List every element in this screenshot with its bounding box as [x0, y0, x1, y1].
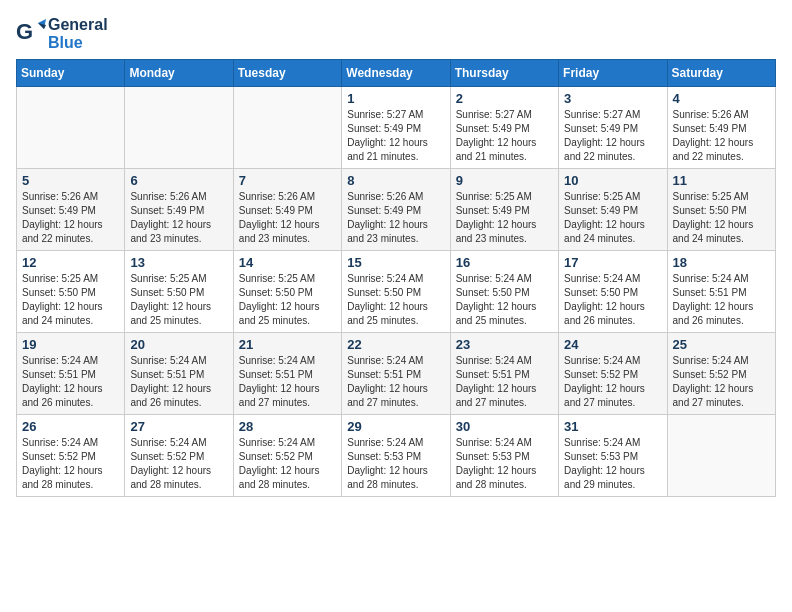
calendar-week-row: 12Sunrise: 5:25 AM Sunset: 5:50 PM Dayli… [17, 251, 776, 333]
logo-blue: Blue [48, 34, 83, 51]
calendar-header-row: Sunday Monday Tuesday Wednesday Thursday… [17, 60, 776, 87]
logo-general: General [48, 16, 108, 33]
logo-icon: G [16, 17, 46, 51]
table-row: 19Sunrise: 5:24 AM Sunset: 5:51 PM Dayli… [17, 333, 125, 415]
day-info: Sunrise: 5:24 AM Sunset: 5:52 PM Dayligh… [564, 354, 661, 410]
table-row: 23Sunrise: 5:24 AM Sunset: 5:51 PM Dayli… [450, 333, 558, 415]
table-row: 3Sunrise: 5:27 AM Sunset: 5:49 PM Daylig… [559, 87, 667, 169]
table-row: 1Sunrise: 5:27 AM Sunset: 5:49 PM Daylig… [342, 87, 450, 169]
col-saturday: Saturday [667, 60, 775, 87]
table-row: 11Sunrise: 5:25 AM Sunset: 5:50 PM Dayli… [667, 169, 775, 251]
day-info: Sunrise: 5:24 AM Sunset: 5:52 PM Dayligh… [239, 436, 336, 492]
col-sunday: Sunday [17, 60, 125, 87]
day-info: Sunrise: 5:24 AM Sunset: 5:51 PM Dayligh… [673, 272, 770, 328]
day-info: Sunrise: 5:26 AM Sunset: 5:49 PM Dayligh… [673, 108, 770, 164]
table-row: 2Sunrise: 5:27 AM Sunset: 5:49 PM Daylig… [450, 87, 558, 169]
day-number: 16 [456, 255, 553, 270]
day-number: 25 [673, 337, 770, 352]
day-info: Sunrise: 5:26 AM Sunset: 5:49 PM Dayligh… [130, 190, 227, 246]
day-number: 18 [673, 255, 770, 270]
table-row: 12Sunrise: 5:25 AM Sunset: 5:50 PM Dayli… [17, 251, 125, 333]
day-info: Sunrise: 5:25 AM Sunset: 5:49 PM Dayligh… [564, 190, 661, 246]
day-number: 28 [239, 419, 336, 434]
day-info: Sunrise: 5:24 AM Sunset: 5:51 PM Dayligh… [130, 354, 227, 410]
table-row: 14Sunrise: 5:25 AM Sunset: 5:50 PM Dayli… [233, 251, 341, 333]
calendar-table: Sunday Monday Tuesday Wednesday Thursday… [16, 59, 776, 497]
day-info: Sunrise: 5:27 AM Sunset: 5:49 PM Dayligh… [564, 108, 661, 164]
table-row: 8Sunrise: 5:26 AM Sunset: 5:49 PM Daylig… [342, 169, 450, 251]
day-number: 8 [347, 173, 444, 188]
day-number: 1 [347, 91, 444, 106]
day-number: 24 [564, 337, 661, 352]
day-number: 23 [456, 337, 553, 352]
day-info: Sunrise: 5:24 AM Sunset: 5:53 PM Dayligh… [347, 436, 444, 492]
day-number: 12 [22, 255, 119, 270]
day-number: 13 [130, 255, 227, 270]
page-header: G General Blue [16, 16, 776, 51]
day-info: Sunrise: 5:25 AM Sunset: 5:50 PM Dayligh… [673, 190, 770, 246]
day-number: 11 [673, 173, 770, 188]
day-info: Sunrise: 5:24 AM Sunset: 5:50 PM Dayligh… [456, 272, 553, 328]
calendar-week-row: 19Sunrise: 5:24 AM Sunset: 5:51 PM Dayli… [17, 333, 776, 415]
table-row: 20Sunrise: 5:24 AM Sunset: 5:51 PM Dayli… [125, 333, 233, 415]
day-number: 3 [564, 91, 661, 106]
table-row: 13Sunrise: 5:25 AM Sunset: 5:50 PM Dayli… [125, 251, 233, 333]
day-number: 5 [22, 173, 119, 188]
table-row: 31Sunrise: 5:24 AM Sunset: 5:53 PM Dayli… [559, 415, 667, 497]
calendar-week-row: 26Sunrise: 5:24 AM Sunset: 5:52 PM Dayli… [17, 415, 776, 497]
day-info: Sunrise: 5:26 AM Sunset: 5:49 PM Dayligh… [239, 190, 336, 246]
day-info: Sunrise: 5:24 AM Sunset: 5:51 PM Dayligh… [456, 354, 553, 410]
day-info: Sunrise: 5:24 AM Sunset: 5:51 PM Dayligh… [239, 354, 336, 410]
day-number: 19 [22, 337, 119, 352]
table-row [233, 87, 341, 169]
day-number: 26 [22, 419, 119, 434]
table-row: 26Sunrise: 5:24 AM Sunset: 5:52 PM Dayli… [17, 415, 125, 497]
calendar-week-row: 1Sunrise: 5:27 AM Sunset: 5:49 PM Daylig… [17, 87, 776, 169]
table-row [667, 415, 775, 497]
day-number: 21 [239, 337, 336, 352]
table-row: 22Sunrise: 5:24 AM Sunset: 5:51 PM Dayli… [342, 333, 450, 415]
day-info: Sunrise: 5:27 AM Sunset: 5:49 PM Dayligh… [347, 108, 444, 164]
day-number: 7 [239, 173, 336, 188]
table-row: 29Sunrise: 5:24 AM Sunset: 5:53 PM Dayli… [342, 415, 450, 497]
calendar-week-row: 5Sunrise: 5:26 AM Sunset: 5:49 PM Daylig… [17, 169, 776, 251]
table-row [17, 87, 125, 169]
col-friday: Friday [559, 60, 667, 87]
table-row: 5Sunrise: 5:26 AM Sunset: 5:49 PM Daylig… [17, 169, 125, 251]
svg-text:G: G [16, 19, 33, 44]
day-info: Sunrise: 5:27 AM Sunset: 5:49 PM Dayligh… [456, 108, 553, 164]
table-row: 18Sunrise: 5:24 AM Sunset: 5:51 PM Dayli… [667, 251, 775, 333]
day-info: Sunrise: 5:24 AM Sunset: 5:50 PM Dayligh… [564, 272, 661, 328]
day-number: 6 [130, 173, 227, 188]
table-row: 7Sunrise: 5:26 AM Sunset: 5:49 PM Daylig… [233, 169, 341, 251]
day-info: Sunrise: 5:25 AM Sunset: 5:50 PM Dayligh… [239, 272, 336, 328]
day-info: Sunrise: 5:25 AM Sunset: 5:50 PM Dayligh… [22, 272, 119, 328]
day-info: Sunrise: 5:25 AM Sunset: 5:50 PM Dayligh… [130, 272, 227, 328]
day-info: Sunrise: 5:24 AM Sunset: 5:52 PM Dayligh… [22, 436, 119, 492]
day-info: Sunrise: 5:26 AM Sunset: 5:49 PM Dayligh… [22, 190, 119, 246]
day-number: 9 [456, 173, 553, 188]
day-info: Sunrise: 5:24 AM Sunset: 5:52 PM Dayligh… [130, 436, 227, 492]
table-row: 24Sunrise: 5:24 AM Sunset: 5:52 PM Dayli… [559, 333, 667, 415]
col-wednesday: Wednesday [342, 60, 450, 87]
day-number: 20 [130, 337, 227, 352]
day-info: Sunrise: 5:24 AM Sunset: 5:53 PM Dayligh… [456, 436, 553, 492]
day-info: Sunrise: 5:26 AM Sunset: 5:49 PM Dayligh… [347, 190, 444, 246]
col-tuesday: Tuesday [233, 60, 341, 87]
table-row: 9Sunrise: 5:25 AM Sunset: 5:49 PM Daylig… [450, 169, 558, 251]
day-number: 29 [347, 419, 444, 434]
table-row [125, 87, 233, 169]
day-number: 15 [347, 255, 444, 270]
col-thursday: Thursday [450, 60, 558, 87]
col-monday: Monday [125, 60, 233, 87]
table-row: 6Sunrise: 5:26 AM Sunset: 5:49 PM Daylig… [125, 169, 233, 251]
day-number: 14 [239, 255, 336, 270]
table-row: 4Sunrise: 5:26 AM Sunset: 5:49 PM Daylig… [667, 87, 775, 169]
day-info: Sunrise: 5:24 AM Sunset: 5:51 PM Dayligh… [347, 354, 444, 410]
table-row: 15Sunrise: 5:24 AM Sunset: 5:50 PM Dayli… [342, 251, 450, 333]
table-row: 17Sunrise: 5:24 AM Sunset: 5:50 PM Dayli… [559, 251, 667, 333]
day-info: Sunrise: 5:24 AM Sunset: 5:50 PM Dayligh… [347, 272, 444, 328]
day-info: Sunrise: 5:25 AM Sunset: 5:49 PM Dayligh… [456, 190, 553, 246]
table-row: 30Sunrise: 5:24 AM Sunset: 5:53 PM Dayli… [450, 415, 558, 497]
table-row: 16Sunrise: 5:24 AM Sunset: 5:50 PM Dayli… [450, 251, 558, 333]
